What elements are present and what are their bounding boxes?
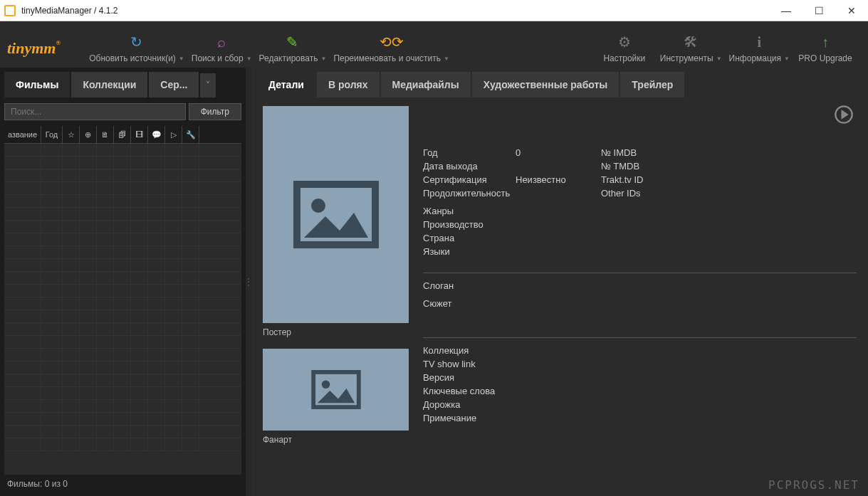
field-country: Страна (423, 233, 857, 243)
window-titlebar: tinyMediaManager / 4.1.2 — ☐ ✕ (0, 0, 868, 21)
field-imdb: № IMDB (601, 147, 694, 158)
tab-details[interactable]: Детали (257, 72, 315, 97)
image-icon (293, 181, 379, 248)
pro-upgrade-button[interactable]: ↑ PRO Upgrade (797, 33, 854, 63)
tools-icon: 🛠 (684, 33, 698, 51)
refresh-icon: ↻ (130, 33, 142, 51)
grid-body[interactable]: for(let i=0;i<24;i++)document.write('<di… (4, 144, 241, 475)
rename-icon: ⟲⟳ (380, 33, 404, 51)
field-genres: Жанры (423, 206, 857, 216)
field-studio: Производство (423, 219, 857, 230)
search-icon: ⌕ (217, 33, 226, 51)
field-tagline: Слоган (423, 280, 516, 291)
field-tvlink: TV show link (423, 359, 516, 369)
field-track: Дорожка (423, 399, 516, 410)
col-title[interactable]: азвание (4, 126, 41, 143)
filter-button[interactable]: Фильтр (189, 103, 241, 120)
tab-movies[interactable]: Фильмы (4, 72, 70, 97)
col-new[interactable]: ⊕ (80, 126, 97, 143)
field-collection: Коллекция (423, 345, 516, 356)
grid-header: азвание Год ☆ ⊕ 🗎 🗐 🎞 💬 ▷ 🔧 (4, 126, 241, 144)
panel-splitter[interactable]: ⋮ (246, 68, 251, 496)
col-images[interactable]: 🗐 (114, 126, 131, 143)
tab-artwork[interactable]: Художественные работы (472, 72, 619, 97)
edit-button[interactable]: ✎ Редактировать▼ (259, 33, 327, 63)
col-favorite[interactable]: ☆ (63, 126, 80, 143)
field-version: Версия (423, 372, 516, 383)
tab-collections[interactable]: Коллекции (71, 72, 147, 97)
tab-trailer[interactable]: Трейлер (620, 72, 684, 97)
poster-label: Постер (263, 327, 409, 337)
col-video[interactable]: 🎞 (131, 126, 148, 143)
col-nfo[interactable]: 🗎 (97, 126, 114, 143)
col-subtitle[interactable]: 💬 (148, 126, 165, 143)
fanart-placeholder[interactable] (263, 349, 409, 431)
field-other-ids: Other IDs (601, 188, 694, 199)
field-trakt: Trakt.tv ID (601, 174, 694, 185)
detail-tabs: Детали В ролях Медиафайлы Художественные… (257, 70, 862, 97)
upgrade-icon: ↑ (822, 33, 829, 51)
image-icon (311, 370, 361, 409)
info-button[interactable]: i Информация▼ (729, 33, 790, 63)
rename-cleanup-button[interactable]: ⟲⟳ Переименовать и очистить▼ (333, 33, 449, 63)
app-logo: tinymm (7, 39, 61, 63)
value-cert: Неизвестно (516, 174, 601, 185)
value-year: 0 (516, 147, 601, 158)
info-icon: i (758, 33, 762, 51)
edit-icon: ✎ (286, 33, 298, 51)
field-release: Дата выхода (423, 161, 516, 172)
app-icon (4, 5, 16, 16)
field-cert: Сертификация (423, 174, 516, 185)
main-toolbar: tinymm ↻ Обновить источник(и)▼ ⌕ Поиск и… (0, 21, 868, 68)
poster-placeholder[interactable] (263, 106, 409, 323)
gear-icon: ⚙ (618, 33, 631, 51)
status-bar: Фильмы: 0 из 0 (4, 475, 241, 493)
field-year: Год (423, 147, 516, 158)
library-tabs: Фильмы Коллекции Сер... ˅ (4, 70, 241, 97)
field-plot: Сюжет (423, 298, 516, 309)
col-wrench[interactable]: 🔧 (182, 126, 199, 143)
field-keywords: Ключевые слова (423, 386, 516, 396)
refresh-sources-button[interactable]: ↻ Обновить источник(и)▼ (89, 33, 184, 63)
field-tmdb: № TMDB (601, 161, 694, 172)
minimize-button[interactable]: — (770, 0, 802, 21)
field-note: Примечание (423, 413, 516, 423)
play-button[interactable] (834, 105, 854, 130)
search-input[interactable] (4, 103, 186, 120)
col-trailer[interactable]: ▷ (165, 126, 182, 143)
settings-button[interactable]: ⚙ Настройки (596, 33, 653, 63)
search-scrape-button[interactable]: ⌕ Поиск и сбор▼ (192, 33, 252, 63)
library-panel: Фильмы Коллекции Сер... ˅ Фильтр азвание… (0, 68, 246, 496)
field-runtime: Продолжительность (423, 188, 516, 199)
svg-point-1 (311, 199, 325, 213)
col-year[interactable]: Год (41, 126, 63, 143)
svg-point-3 (321, 380, 330, 389)
detail-panel: Детали В ролях Медиафайлы Художественные… (251, 68, 868, 496)
tabs-dropdown[interactable]: ˅ (200, 73, 216, 97)
window-title: tinyMediaManager / 4.1.2 (21, 6, 117, 16)
maximize-button[interactable]: ☐ (802, 0, 835, 21)
watermark: PCPROGS.NET (768, 478, 859, 492)
close-button[interactable]: ✕ (835, 0, 868, 21)
tab-series[interactable]: Сер... (149, 72, 199, 97)
tab-cast[interactable]: В ролях (317, 72, 380, 97)
fanart-label: Фанарт (263, 435, 409, 445)
tab-mediafiles[interactable]: Медиафайлы (381, 72, 471, 97)
field-langs: Языки (423, 246, 857, 257)
tools-button[interactable]: 🛠 Инструменты▼ (660, 33, 722, 63)
